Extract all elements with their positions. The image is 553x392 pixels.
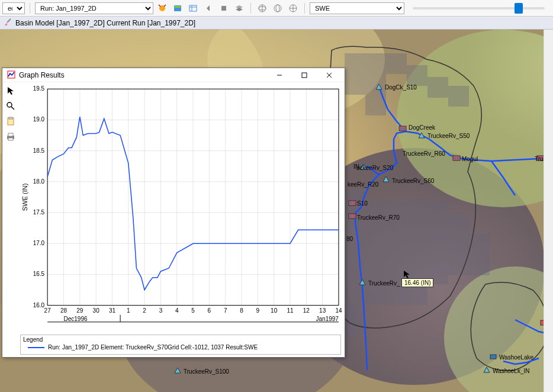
swe-line-chart: 2728293031123456789101112131416.016.517.… bbox=[19, 82, 345, 332]
svg-rect-37 bbox=[448, 213, 469, 234]
svg-rect-6 bbox=[221, 6, 226, 11]
svg-rect-58 bbox=[386, 284, 407, 305]
stop-icon[interactable] bbox=[217, 2, 230, 15]
svg-rect-2 bbox=[175, 6, 181, 8]
svg-rect-39 bbox=[365, 222, 386, 243]
svg-rect-48 bbox=[407, 243, 427, 264]
svg-text:Jan1997: Jan1997 bbox=[316, 316, 339, 322]
vertical-scrollbar[interactable] bbox=[544, 30, 553, 392]
svg-text:7: 7 bbox=[224, 307, 227, 314]
globe1-icon[interactable] bbox=[256, 2, 269, 15]
svg-text:3: 3 bbox=[159, 307, 163, 314]
svg-rect-35 bbox=[407, 201, 427, 222]
svg-rect-27 bbox=[427, 77, 448, 98]
svg-text:6: 6 bbox=[208, 307, 211, 314]
graph-tool-sidebar bbox=[2, 82, 19, 357]
maximize-button[interactable] bbox=[294, 69, 315, 82]
svg-text:19.5: 19.5 bbox=[33, 85, 45, 92]
graph-results-window: Graph Results 27282930311234567891011121… bbox=[2, 68, 345, 358]
svg-rect-34 bbox=[386, 201, 407, 222]
close-button[interactable] bbox=[319, 69, 340, 82]
svg-rect-25 bbox=[386, 53, 407, 74]
time-slider[interactable] bbox=[407, 7, 551, 9]
minimize-button[interactable] bbox=[269, 69, 290, 82]
svg-rect-46 bbox=[365, 243, 386, 264]
titlebar-text: Basin Model [Jan_1997_2D] Current Run [J… bbox=[15, 19, 195, 27]
cursor-icon bbox=[403, 269, 412, 280]
svg-rect-49 bbox=[427, 243, 448, 264]
main-toolbar: ed-- Run: Jan_1997_2D SWE bbox=[0, 0, 553, 17]
svg-text:SWE (IN): SWE (IN) bbox=[21, 184, 28, 211]
brush-icon bbox=[4, 18, 12, 28]
svg-rect-36 bbox=[427, 201, 448, 222]
svg-text:16.0: 16.0 bbox=[33, 302, 45, 309]
zoom-tool-icon[interactable] bbox=[5, 100, 17, 112]
svg-rect-26 bbox=[407, 65, 427, 86]
svg-rect-89 bbox=[9, 117, 12, 119]
toolbar-select-ed[interactable]: ed-- bbox=[2, 2, 25, 14]
svg-rect-83 bbox=[302, 73, 307, 78]
svg-rect-23 bbox=[345, 53, 365, 74]
svg-text:31: 31 bbox=[109, 307, 116, 314]
svg-text:17.5: 17.5 bbox=[33, 209, 45, 216]
svg-text:29: 29 bbox=[76, 307, 83, 314]
pointer-tool-icon[interactable] bbox=[5, 85, 17, 97]
svg-text:Dec1996: Dec1996 bbox=[63, 316, 88, 322]
svg-text:18.0: 18.0 bbox=[33, 178, 45, 185]
svg-rect-45 bbox=[345, 231, 365, 252]
toolbar-select-run[interactable]: Run: Jan_1997_2D bbox=[35, 2, 153, 14]
svg-text:16.5: 16.5 bbox=[33, 271, 45, 277]
svg-text:17.0: 17.0 bbox=[33, 240, 45, 246]
toolbar-select-variable[interactable]: SWE bbox=[310, 2, 404, 14]
table-icon[interactable] bbox=[187, 2, 200, 15]
graph-window-titlebar[interactable]: Graph Results bbox=[2, 68, 345, 82]
print-tool-icon[interactable] bbox=[5, 131, 17, 143]
clipboard-tool-icon[interactable] bbox=[5, 115, 17, 127]
svg-rect-47 bbox=[386, 243, 407, 264]
svg-rect-41 bbox=[407, 222, 427, 243]
svg-text:13: 13 bbox=[319, 307, 326, 314]
svg-text:30: 30 bbox=[93, 307, 100, 314]
svg-rect-44 bbox=[469, 234, 490, 255]
svg-text:1: 1 bbox=[127, 307, 130, 314]
legend-title: Legend bbox=[23, 336, 338, 343]
svg-rect-57 bbox=[365, 284, 386, 305]
prev-icon[interactable] bbox=[202, 2, 215, 15]
globe3-icon[interactable] bbox=[287, 2, 300, 15]
svg-text:19.0: 19.0 bbox=[33, 116, 45, 123]
svg-text:11: 11 bbox=[287, 307, 294, 314]
svg-rect-62 bbox=[345, 314, 365, 335]
svg-text:12: 12 bbox=[303, 307, 310, 314]
svg-rect-50 bbox=[448, 255, 469, 275]
svg-rect-33 bbox=[365, 201, 386, 222]
svg-point-86 bbox=[7, 102, 12, 107]
globe-icon[interactable] bbox=[171, 2, 184, 15]
svg-rect-59 bbox=[407, 284, 427, 305]
slider-thumb[interactable] bbox=[515, 3, 523, 14]
svg-rect-91 bbox=[8, 133, 13, 136]
graph-window-title: Graph Results bbox=[19, 71, 265, 79]
svg-text:14: 14 bbox=[335, 307, 342, 314]
chart-legend: Legend Run: Jan_1997_2D Element: Truckee… bbox=[20, 335, 341, 355]
svg-rect-43 bbox=[448, 234, 469, 255]
svg-rect-40 bbox=[386, 222, 407, 243]
svg-rect-51 bbox=[469, 255, 490, 275]
svg-rect-28 bbox=[448, 86, 469, 107]
svg-text:8: 8 bbox=[240, 307, 243, 314]
svg-rect-92 bbox=[8, 138, 13, 140]
legend-text: Run: Jan_1997_2D Element: TruckeeRv_S70G… bbox=[48, 344, 258, 351]
layers-icon[interactable] bbox=[233, 2, 246, 15]
chart-icon bbox=[7, 70, 15, 80]
svg-text:2: 2 bbox=[143, 307, 146, 314]
svg-text:4: 4 bbox=[175, 307, 179, 314]
svg-rect-61 bbox=[345, 293, 365, 314]
chart-plot-area[interactable]: 2728293031123456789101112131416.016.517.… bbox=[19, 82, 345, 332]
globe2-icon[interactable] bbox=[271, 2, 284, 15]
svg-text:28: 28 bbox=[60, 307, 67, 314]
svg-rect-32 bbox=[345, 189, 365, 210]
svg-point-10 bbox=[274, 5, 281, 12]
svg-rect-3 bbox=[189, 5, 197, 11]
run-icon[interactable] bbox=[156, 2, 169, 15]
svg-text:18.5: 18.5 bbox=[33, 147, 45, 154]
svg-rect-24 bbox=[365, 53, 386, 74]
